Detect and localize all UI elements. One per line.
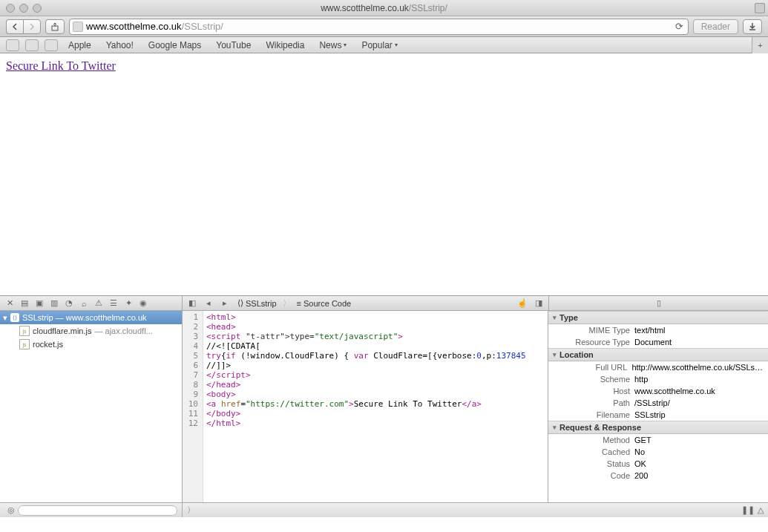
downloads-button[interactable] <box>743 19 762 34</box>
favicon-icon <box>73 22 83 32</box>
detail-value: http <box>634 375 648 384</box>
detail-value: OK <box>634 459 646 468</box>
disclosure-icon: ▾ <box>3 313 7 323</box>
show-bookmarks-button[interactable] <box>6 39 19 51</box>
detail-row: Hostwww.scotthelme.co.uk <box>548 385 768 397</box>
share-button[interactable] <box>45 19 65 34</box>
tree-item-detail: — ajax.cloudfl... <box>94 326 152 335</box>
detail-row: Full URLhttp://www.scotthelme.co.uk/SSLs… <box>548 361 768 373</box>
source-line: </head> <box>206 380 526 390</box>
bookmark-apple[interactable]: Apple <box>64 40 96 50</box>
bookmark-wikipedia[interactable]: Wikipedia <box>261 40 309 50</box>
detail-key: Method <box>553 436 634 444</box>
bookmark-youtube[interactable]: YouTube <box>211 40 255 50</box>
section-header[interactable]: Type <box>548 311 768 324</box>
page-link[interactable]: Secure Link To Twitter <box>6 59 116 72</box>
element-selector-button[interactable]: ☝ <box>516 298 529 309</box>
js-file-icon: js <box>19 339 30 349</box>
bookmark-google-maps[interactable]: Google Maps <box>144 40 206 50</box>
resources-tab[interactable]: ▤ <box>18 298 31 309</box>
section-header[interactable]: Request & Response <box>548 421 768 434</box>
section-header[interactable]: Location <box>548 348 768 361</box>
close-devtools-button[interactable]: ✕ <box>3 298 16 309</box>
source-viewer[interactable]: 123456789101112 <html><head><script "t-a… <box>183 311 548 502</box>
detail-key: Full URL <box>553 363 631 372</box>
forward-button[interactable] <box>23 19 41 34</box>
storage-tab[interactable]: ▥ <box>47 298 61 309</box>
window-title: www.scotthelme.co.uk/SSLstrip/ <box>0 3 768 13</box>
breadcrumb-file[interactable]: ⟨⟩ SSLstrip <box>234 298 280 308</box>
filter-icon: ◎ <box>4 505 18 516</box>
source-line: //]]> <box>206 361 526 370</box>
detail-value: /SSLstrip/ <box>634 398 670 407</box>
reading-list-button[interactable] <box>25 39 39 51</box>
back-button[interactable] <box>6 19 23 34</box>
line-gutter: 123456789101112 <box>183 311 203 502</box>
bookmark-news-folder[interactable]: News <box>315 40 351 50</box>
tree-item-name: cloudflare.min.js <box>33 326 91 335</box>
new-tab-button[interactable]: + <box>752 37 768 53</box>
reload-button[interactable]: ⟳ <box>675 21 685 32</box>
file-icon: ⟨⟩ <box>237 298 243 308</box>
pause-button[interactable]: ❚❚ <box>741 505 755 515</box>
record-tool[interactable]: ◉ <box>137 298 150 309</box>
source-line: </script> <box>206 370 526 380</box>
console-tool[interactable]: ☰ <box>107 298 120 309</box>
source-line: </body> <box>206 409 526 418</box>
detail-value: Document <box>634 338 672 347</box>
elements-tab[interactable]: ▣ <box>33 298 46 309</box>
tree-item[interactable]: jscloudflare.min.js — ajax.cloudfl... <box>0 324 182 338</box>
toggle-sidebar-button[interactable]: ◧ <box>186 298 199 309</box>
warnings-tool[interactable]: ⚠ <box>92 298 105 309</box>
nav-back-button[interactable]: ◂ <box>202 298 215 309</box>
detail-value: 200 <box>634 471 648 480</box>
browser-toolbar: www.scotthelme.co.uk/SSLstrip/ ⟳ Reader <box>0 16 768 37</box>
collapse-button[interactable]: △ <box>758 505 764 515</box>
devtools-toolbar: ✕ ▤ ▣ ▥ ◔ ⌕ ⚠ ☰ ✦ ◉ ◧ ◂ ▸ ⟨⟩ SSLstrip 〉 … <box>0 296 768 311</box>
search-tool[interactable]: ⌕ <box>77 298 91 309</box>
detail-value: SSLstrip <box>634 410 666 419</box>
tree-root[interactable]: ▾ ⟨⟩ SSLstrip — www.scotthelme.co.uk <box>0 311 182 324</box>
nav-forward-button[interactable]: ▸ <box>218 298 232 309</box>
page-content: Secure Link To Twitter <box>0 53 768 295</box>
js-file-icon: js <box>19 326 30 336</box>
detail-row: FilenameSSLstrip <box>548 409 768 421</box>
filter-input[interactable] <box>18 505 177 516</box>
bookmark-popular-folder[interactable]: Popular <box>357 40 401 50</box>
top-sites-button[interactable] <box>45 39 58 51</box>
address-bar[interactable]: www.scotthelme.co.uk/SSLstrip/ ⟳ <box>69 19 689 35</box>
bookmarks-bar: Apple Yahoo! Google Maps YouTube Wikiped… <box>0 37 768 53</box>
devtools: ✕ ▤ ▣ ▥ ◔ ⌕ ⚠ ☰ ✦ ◉ ◧ ◂ ▸ ⟨⟩ SSLstrip 〉 … <box>0 295 768 517</box>
detail-value: GET <box>634 436 652 444</box>
reader-button[interactable]: Reader <box>693 19 738 34</box>
detail-value: www.scotthelme.co.uk <box>634 387 715 395</box>
detail-row: Schemehttp <box>548 373 768 385</box>
network-tab[interactable]: ◔ <box>62 298 76 309</box>
inspect-tool[interactable]: ✦ <box>122 298 135 309</box>
source-line: <a href="https://twitter.com">Secure Lin… <box>206 399 526 409</box>
detail-key: Resource Type <box>553 338 634 347</box>
toggle-right-sidebar-button[interactable]: ◨ <box>532 298 545 309</box>
list-icon: ≡ <box>297 299 301 308</box>
tree-item[interactable]: jsrocket.js <box>0 338 182 351</box>
source-code: <html><head><script "t-attr">type="text/… <box>203 311 529 502</box>
source-line: <body> <box>206 390 526 399</box>
breadcrumb-separator-icon: 〉 <box>283 298 291 309</box>
detail-row: CachedNo <box>548 446 768 458</box>
detail-row: MIME Typetext/html <box>548 324 768 336</box>
devtools-sidebar: ▾ ⟨⟩ SSLstrip — www.scotthelme.co.uk jsc… <box>0 311 183 502</box>
detail-key: Cached <box>553 447 634 456</box>
source-line: <script "t-attr">type="text/javascript"> <box>206 332 526 341</box>
devtools-footer: ◎ 〉 ❚❚ △ <box>0 502 768 517</box>
detail-key: MIME Type <box>553 326 634 335</box>
document-icon: ⟨⟩ <box>10 313 19 322</box>
tree-children: jscloudflare.min.js — ajax.cloudfl...jsr… <box>0 324 182 351</box>
source-line: <head> <box>206 322 526 332</box>
details-panel: TypeMIME Typetext/htmlResource TypeDocum… <box>548 311 768 502</box>
source-line: //<![CDATA[ <box>206 341 526 351</box>
breadcrumb-source-code[interactable]: ≡ Source Code <box>294 299 355 308</box>
detail-key: Path <box>553 398 634 407</box>
bookmark-yahoo[interactable]: Yahoo! <box>102 40 138 50</box>
detail-key: Status <box>553 459 634 468</box>
detail-key: Filename <box>553 410 634 419</box>
